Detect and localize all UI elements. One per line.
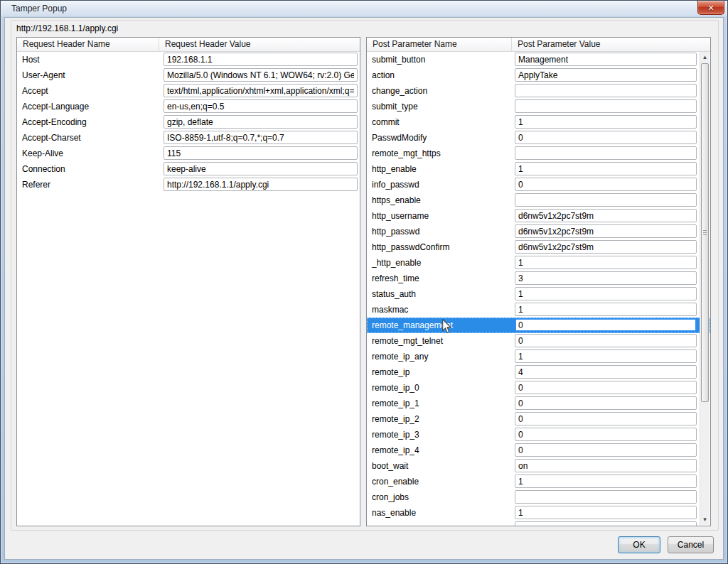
- param-row[interactable]: remote_ip_any: [367, 349, 710, 364]
- param-value-input[interactable]: [164, 68, 358, 82]
- param-value-input[interactable]: [515, 271, 697, 285]
- param-value-input[interactable]: [164, 162, 358, 175]
- param-value-input[interactable]: [515, 146, 697, 160]
- param-row[interactable]: User-Agent: [17, 67, 360, 83]
- param-name-label[interactable]: submit_type: [367, 99, 513, 114]
- param-value-input[interactable]: [164, 84, 358, 97]
- param-value-input[interactable]: [515, 99, 697, 113]
- param-row[interactable]: submit_type: [367, 99, 710, 114]
- param-value-input[interactable]: [164, 146, 358, 160]
- param-row[interactable]: remote_ip_0: [367, 380, 710, 396]
- param-row[interactable]: info_passwd: [367, 177, 710, 192]
- param-row[interactable]: change_action: [367, 83, 710, 99]
- param-row-selected[interactable]: remote_management: [367, 318, 710, 333]
- param-name-label[interactable]: Accept-Charset: [17, 130, 161, 146]
- param-name-label[interactable]: User-Agent: [17, 67, 161, 83]
- scrollbar-thumb[interactable]: [701, 63, 709, 402]
- title-bar[interactable]: Tamper Popup ✕: [1, 1, 727, 17]
- param-name-label[interactable]: http_username: [367, 208, 513, 224]
- param-name-label[interactable]: refresh_time: [367, 271, 513, 286]
- param-value-input[interactable]: [515, 240, 697, 254]
- param-name-label[interactable]: remote_ip_0: [367, 380, 513, 396]
- param-row[interactable]: action: [367, 67, 710, 83]
- param-row[interactable]: Accept-Language: [17, 99, 360, 114]
- param-name-label[interactable]: cron_jobs: [367, 489, 513, 505]
- param-row[interactable]: status_auth: [367, 286, 710, 302]
- param-name-label[interactable]: Keep-Alive: [17, 146, 161, 161]
- param-row[interactable]: _http_enable: [367, 255, 710, 271]
- param-row[interactable]: boot_wait: [367, 458, 710, 474]
- param-row[interactable]: http_enable: [367, 161, 710, 177]
- param-row[interactable]: http_username: [367, 208, 710, 224]
- param-row[interactable]: commit: [367, 114, 710, 130]
- param-name-label[interactable]: action: [367, 67, 513, 83]
- close-button[interactable]: ✕: [697, 1, 724, 15]
- param-name-label[interactable]: boot_wait: [367, 458, 513, 474]
- param-name-label[interactable]: info_passwd: [367, 177, 513, 192]
- param-name-label[interactable]: remote_ip_4: [367, 443, 513, 458]
- param-name-label[interactable]: remote_management: [367, 318, 513, 333]
- cancel-button[interactable]: Cancel: [668, 536, 714, 553]
- param-row[interactable]: remote_mgt_https: [367, 146, 710, 161]
- param-value-input[interactable]: [515, 490, 697, 504]
- param-value-input[interactable]: [515, 474, 697, 488]
- param-row[interactable]: Connection: [17, 161, 360, 177]
- param-name-label[interactable]: https_enable: [367, 192, 513, 208]
- param-row-partial[interactable]: [367, 521, 710, 526]
- param-value-input[interactable]: [515, 162, 697, 175]
- param-row[interactable]: cron_jobs: [367, 489, 710, 505]
- param-row[interactable]: remote_ip: [367, 364, 710, 380]
- param-value-input[interactable]: [515, 84, 697, 97]
- param-name-label[interactable]: nas_enable: [367, 505, 513, 521]
- param-value-input[interactable]: [164, 131, 358, 144]
- param-row[interactable]: Accept-Encoding: [17, 114, 360, 130]
- param-row[interactable]: nas_enable: [367, 505, 710, 521]
- param-row[interactable]: remote_ip_3: [367, 427, 710, 443]
- param-row[interactable]: Accept: [17, 83, 360, 99]
- param-value-input[interactable]: [515, 193, 697, 207]
- param-name-label[interactable]: commit: [367, 114, 513, 130]
- param-value-input[interactable]: [515, 349, 697, 363]
- param-value-input[interactable]: [515, 412, 697, 425]
- param-row[interactable]: remote_ip_2: [367, 411, 710, 427]
- param-row[interactable]: remote_ip_4: [367, 443, 710, 458]
- param-name-label[interactable]: Connection: [17, 161, 161, 177]
- param-name-label[interactable]: submit_button: [367, 52, 513, 67]
- param-name-label[interactable]: http_passwd: [367, 224, 513, 239]
- scroll-down-button[interactable]: ▾: [700, 514, 710, 525]
- param-row[interactable]: http_passwd: [367, 224, 710, 239]
- param-row[interactable]: http_passwdConfirm: [367, 239, 710, 255]
- ok-button[interactable]: OK: [618, 536, 660, 553]
- param-name-label[interactable]: Accept-Language: [17, 99, 161, 114]
- param-value-input[interactable]: [515, 178, 697, 191]
- param-value-input[interactable]: [515, 53, 697, 66]
- param-value-input[interactable]: [515, 209, 697, 222]
- param-value-input[interactable]: [515, 287, 697, 300]
- param-row[interactable]: https_enable: [367, 192, 710, 208]
- param-name-label[interactable]: _http_enable: [367, 255, 513, 271]
- param-row[interactable]: remote_mgt_telnet: [367, 333, 710, 349]
- param-name-label[interactable]: remote_ip_any: [367, 349, 513, 364]
- param-value-input[interactable]: [515, 256, 697, 269]
- param-row[interactable]: refresh_time: [367, 271, 710, 286]
- param-row[interactable]: PasswdModify: [367, 130, 710, 146]
- param-value-input[interactable]: [515, 68, 697, 82]
- param-value-input[interactable]: [164, 53, 358, 66]
- param-row[interactable]: Host: [17, 52, 360, 67]
- param-name-label[interactable]: remote_mgt_https: [367, 146, 513, 161]
- param-value-input[interactable]: [515, 303, 697, 316]
- param-value-input[interactable]: [515, 381, 697, 394]
- param-name-label[interactable]: maskmac: [367, 302, 513, 318]
- param-value-input[interactable]: [515, 459, 697, 472]
- param-name-label[interactable]: http_enable: [367, 161, 513, 177]
- param-name-label[interactable]: cron_enable: [367, 474, 513, 489]
- param-value-input[interactable]: [515, 443, 697, 457]
- param-name-label[interactable]: remote_mgt_telnet: [367, 333, 513, 349]
- param-value-input[interactable]: [515, 396, 697, 410]
- param-name-label[interactable]: remote_ip_1: [367, 396, 513, 411]
- param-value-input[interactable]: [515, 506, 697, 519]
- param-value-input[interactable]: [515, 131, 697, 144]
- param-name-label[interactable]: remote_ip: [367, 364, 513, 380]
- param-row[interactable]: submit_button: [367, 52, 710, 67]
- param-value-input[interactable]: [515, 318, 697, 332]
